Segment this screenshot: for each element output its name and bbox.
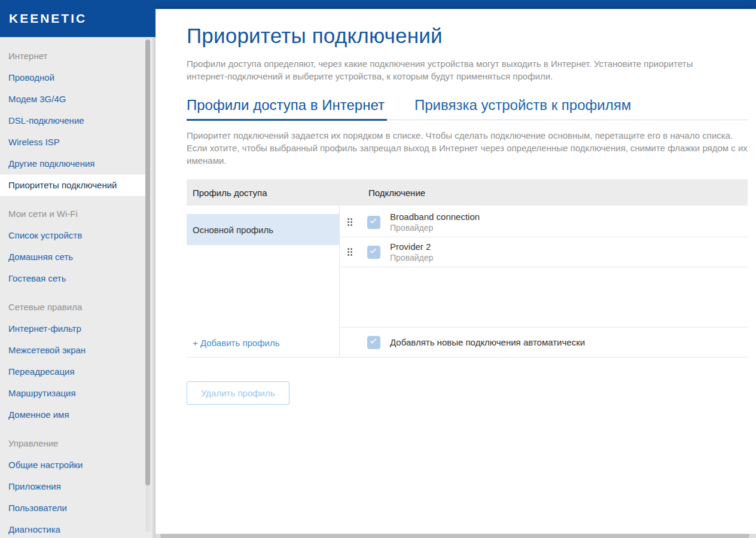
sidebar-item-domain-name[interactable]: Доменное имя bbox=[0, 404, 156, 426]
connection-subtitle: Провайдер bbox=[390, 253, 433, 262]
horizontal-scrollbar-thumb[interactable] bbox=[160, 534, 749, 538]
sidebar-item-general-settings[interactable]: Общие настройки bbox=[0, 454, 156, 476]
sidebar-menu: Интернет Проводной Модем 3G/4G DSL-подкл… bbox=[0, 37, 156, 538]
delete-profile-button[interactable]: Удалить профиль bbox=[187, 381, 289, 405]
connections-column: Broadband connection Провайдер Provider … bbox=[340, 206, 748, 357]
page-title: Приоритеты подключений bbox=[187, 24, 748, 48]
check-icon bbox=[370, 217, 377, 224]
connection-row: Provider 2 Провайдер bbox=[340, 237, 748, 267]
table-body: Основной профиль + Добавить профиль Broa… bbox=[187, 206, 748, 357]
logo-bar: KEENETIC bbox=[0, 0, 156, 37]
sidebar-item-device-list[interactable]: Список устройств bbox=[0, 225, 156, 246]
auto-add-label: Добавлять новые подключения автоматическ… bbox=[390, 337, 585, 347]
table-header-row: Профиль доступа Подключение bbox=[187, 179, 748, 206]
check-icon bbox=[370, 337, 377, 344]
profile-row-main[interactable]: Основной профиль bbox=[187, 214, 339, 245]
sidebar-item-firewall[interactable]: Межсетевой экран bbox=[0, 340, 156, 361]
sidebar-item-connection-priorities[interactable]: Приоритеты подключений bbox=[0, 175, 146, 196]
profiles-column: Основной профиль + Добавить профиль bbox=[187, 206, 340, 357]
sidebar-section-management: Управление bbox=[0, 433, 156, 454]
tab-access-profiles[interactable]: Профили доступа в Интернет bbox=[187, 97, 387, 121]
sidebar-item-diagnostics[interactable]: Диагностика bbox=[0, 519, 156, 538]
page-intro-text: Профили доступа определяют, через какие … bbox=[187, 57, 696, 82]
sidebar-scrollbar-track[interactable] bbox=[145, 39, 150, 532]
add-profile-link[interactable]: + Добавить профиль bbox=[187, 328, 339, 357]
sidebar-item-modem-3g4g[interactable]: Модем 3G/4G bbox=[0, 88, 156, 110]
connection-subtitle: Провайдер bbox=[390, 223, 480, 233]
sidebar-item-other-connections[interactable]: Другие подключения bbox=[0, 153, 156, 175]
tab-device-binding[interactable]: Привязка устройств к профилям bbox=[414, 97, 633, 121]
sidebar: KEENETIC Интернет Проводной Модем 3G/4G … bbox=[0, 0, 156, 538]
sidebar-item-users[interactable]: Пользователи bbox=[0, 497, 156, 519]
sidebar-item-wireless-isp[interactable]: Wireless ISP bbox=[0, 132, 156, 153]
column-header-access-profile: Профиль доступа bbox=[187, 188, 340, 198]
auto-add-row: Добавлять новые подключения автоматическ… bbox=[340, 327, 748, 357]
tab-note-text: Приоритет подключений задается их порядк… bbox=[187, 129, 754, 167]
connection-name: Provider 2 bbox=[390, 242, 433, 252]
sidebar-item-wired[interactable]: Проводной bbox=[0, 67, 156, 88]
tab-bar: Профили доступа в Интернет Привязка устр… bbox=[187, 97, 748, 120]
connection-row: Broadband connection Провайдер bbox=[340, 207, 748, 237]
auto-add-checkbox[interactable] bbox=[367, 336, 380, 349]
sidebar-item-routing[interactable]: Маршрутизация bbox=[0, 383, 156, 404]
connection-checkbox[interactable] bbox=[367, 246, 380, 259]
sidebar-item-guest-network[interactable]: Гостевая сеть bbox=[0, 268, 156, 289]
connection-checkbox[interactable] bbox=[367, 216, 380, 229]
connection-text: Broadband connection Провайдер bbox=[390, 212, 480, 233]
connection-name: Broadband connection bbox=[390, 212, 480, 222]
column-header-connection: Подключение bbox=[340, 188, 425, 198]
sidebar-section-network-rules: Сетевые правила bbox=[0, 296, 156, 318]
check-icon bbox=[370, 247, 377, 253]
sidebar-section-my-networks-wifi: Мои сети и Wi-Fi bbox=[0, 203, 156, 225]
drag-handle-icon[interactable] bbox=[347, 218, 353, 227]
main-content: Приоритеты подключений Профили доступа о… bbox=[156, 9, 756, 534]
sidebar-item-port-forwarding[interactable]: Переадресация bbox=[0, 361, 156, 383]
drag-handle-icon[interactable] bbox=[347, 247, 353, 256]
connections-empty-space bbox=[340, 267, 748, 327]
connection-text: Provider 2 Провайдер bbox=[390, 242, 433, 262]
sidebar-section-internet: Интернет bbox=[0, 45, 156, 67]
sidebar-item-dsl-connection[interactable]: DSL-подключение bbox=[0, 110, 156, 132]
sidebar-item-applications[interactable]: Приложения bbox=[0, 476, 156, 497]
profiles-table: Профиль доступа Подключение Основной про… bbox=[187, 179, 748, 357]
horizontal-scrollbar-track[interactable] bbox=[156, 534, 756, 538]
keenetic-logo: KEENETIC bbox=[9, 11, 87, 26]
sidebar-item-internet-filter[interactable]: Интернет-фильтр bbox=[0, 318, 156, 340]
sidebar-item-home-network[interactable]: Домашняя сеть bbox=[0, 246, 156, 268]
sidebar-scrollbar-thumb[interactable] bbox=[145, 39, 150, 485]
